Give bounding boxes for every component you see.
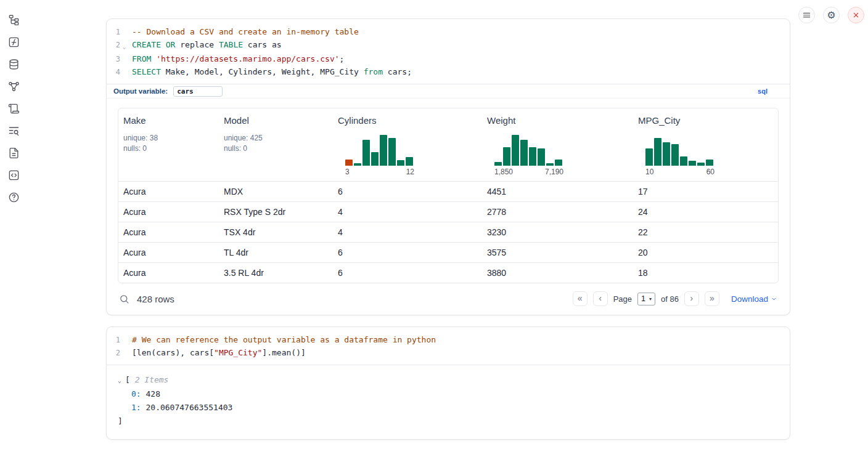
sidebar-file-tree-button[interactable]	[7, 14, 20, 26]
rows-count: 428 rows	[137, 294, 174, 304]
output-variable-input[interactable]	[173, 86, 223, 97]
settings-button[interactable]: ⚙	[823, 7, 840, 23]
histogram-bar	[520, 140, 528, 166]
sidebar-logs-button[interactable]	[7, 102, 20, 115]
table-body: AcuraMDX6445117AcuraRSX Type S 2dr427782…	[118, 181, 778, 283]
language-badge: sql	[758, 87, 768, 95]
fold-spacer	[120, 53, 128, 66]
collapse-chevron-icon[interactable]: ⌄	[118, 374, 125, 387]
entry-key: 0:	[131, 389, 141, 398]
code-text: CREATE OR replace TABLE cars as	[128, 39, 282, 54]
histogram-bar	[555, 160, 562, 166]
code-text: # We can reference the output variable a…	[128, 334, 436, 347]
sidebar-snippets-button[interactable]	[7, 169, 20, 181]
code-text: -- Download a CSV and create an in-memor…	[128, 26, 359, 39]
table-cell: 4	[333, 227, 482, 237]
fold-spacer	[120, 347, 128, 360]
histogram-bar	[345, 160, 353, 166]
table-cell: 2778	[482, 207, 633, 217]
histogram-bar	[397, 160, 404, 166]
histogram-bar	[680, 156, 687, 166]
hist-min-label: 10	[645, 168, 653, 176]
histogram-bar	[546, 163, 554, 166]
output-entry: 0: 428	[118, 387, 779, 401]
table-cell: Acura	[118, 187, 219, 196]
table-cell: 4451	[482, 187, 633, 196]
search-button[interactable]	[119, 294, 129, 304]
table-cell: 3575	[482, 248, 633, 257]
histogram-bar	[371, 152, 379, 166]
python-code-editor[interactable]: 1# We can reference the output variable …	[107, 327, 790, 365]
table-cell: RSX Type S 2dr	[219, 207, 333, 217]
histogram-bar	[362, 140, 370, 166]
table-row: AcuraMDX6445117	[118, 181, 778, 201]
hist-max-label: 12	[406, 168, 414, 176]
histogram-bar	[512, 135, 519, 166]
line-number: 1	[107, 334, 120, 347]
column-header-model[interactable]: Model unique: 425 nulls: 0	[219, 108, 333, 181]
histogram-bar	[671, 144, 679, 166]
output-variable-label: Output variable:	[113, 87, 168, 95]
column-header-mpg-city[interactable]: MPG_City 10 60	[633, 108, 778, 181]
prev-page-button[interactable]: ‹	[593, 291, 608, 306]
next-page-button[interactable]: ›	[684, 291, 699, 306]
page-select[interactable]: 1 ▾	[637, 293, 655, 305]
first-page-button[interactable]: «	[573, 291, 588, 306]
histogram-bar	[689, 161, 696, 166]
code-line: 1-- Download a CSV and create an in-memo…	[107, 26, 790, 39]
column-header-weight[interactable]: Weight 1,850 7,190	[482, 108, 633, 181]
page-label: Page	[613, 294, 632, 304]
table-cell: 22	[633, 227, 778, 237]
mpg-city-histogram	[645, 134, 773, 166]
close-icon	[851, 10, 861, 20]
file-tree-icon	[8, 14, 20, 26]
table-header-row: Make unique: 38 nulls: 0 Model unique: 4…	[118, 108, 778, 181]
page-total-label: of 86	[661, 294, 679, 304]
python-cell: 1# We can reference the output variable …	[106, 326, 790, 440]
column-header-cylinders[interactable]: Cylinders 3 12	[333, 108, 482, 181]
sidebar-datasources-button[interactable]	[7, 58, 20, 70]
line-number: 3	[107, 53, 120, 66]
table-cell: 3880	[482, 268, 633, 278]
histogram-bar	[388, 138, 396, 166]
nulls-stat: nulls: 0	[123, 144, 214, 154]
hist-max-label: 7,190	[545, 168, 563, 176]
sidebar-scratchpad-button[interactable]	[7, 36, 20, 48]
file-text-icon	[8, 147, 20, 159]
table-cell: 6	[333, 187, 482, 196]
table-cell: 3230	[482, 227, 633, 237]
output-open-line: ⌄[ 2 Items	[118, 373, 779, 387]
select-arrow-icon: ▾	[649, 296, 652, 302]
python-output: ⌄[ 2 Items 0: 428 1: 20.060747663551403 …	[107, 365, 790, 439]
fold-spacer	[120, 334, 128, 347]
menu-button[interactable]	[798, 7, 815, 23]
sidebar-dependency-graph-button[interactable]	[7, 80, 20, 92]
download-button[interactable]: Download	[731, 294, 777, 304]
sql-code-editor[interactable]: 1-- Download a CSV and create an in-memo…	[107, 19, 790, 84]
sidebar-help-button[interactable]	[7, 191, 20, 203]
table-cell: TSX 4dr	[219, 227, 333, 237]
table-cell: Acura	[118, 227, 219, 237]
code-text: FROM 'https://datasets.marimo.app/cars.c…	[128, 53, 344, 66]
search-icon	[119, 294, 129, 304]
sidebar-file-explorer-button[interactable]	[7, 147, 20, 159]
unique-stat: unique: 425	[224, 133, 328, 144]
histogram-bar	[663, 142, 670, 166]
sidebar	[0, 0, 27, 449]
hist-max-label: 60	[706, 168, 714, 176]
fold-chevron-icon[interactable]: ⌄	[120, 39, 128, 54]
code-line: 2⌄CREATE OR replace TABLE cars as	[107, 39, 790, 54]
topbar-actions: ⚙	[798, 7, 864, 23]
sql-cell: 1-- Download a CSV and create an in-memo…	[106, 18, 790, 315]
gear-icon: ⚙	[827, 9, 835, 21]
column-header-make[interactable]: Make unique: 38 nulls: 0	[118, 108, 219, 181]
last-page-button[interactable]: »	[705, 291, 719, 306]
table-row: AcuraTSX 4dr4323022	[118, 222, 778, 242]
sidebar-documentation-button[interactable]	[7, 124, 20, 137]
help-circle-icon	[8, 192, 20, 203]
entry-key: 1:	[131, 403, 141, 412]
shutdown-button[interactable]	[848, 7, 864, 23]
histogram-bar	[503, 147, 510, 166]
code-text: SELECT Make, Model, Cylinders, Weight, M…	[128, 66, 412, 79]
text-search-icon	[8, 125, 20, 137]
